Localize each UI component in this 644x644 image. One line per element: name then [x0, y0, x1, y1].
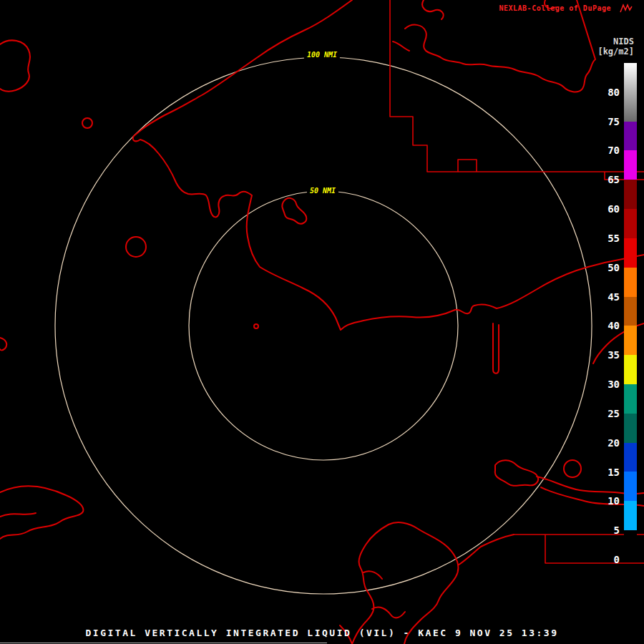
colorbar — [624, 63, 637, 560]
brand-text: NEXLAB-College of DuPage — [499, 4, 612, 12]
island-outline — [126, 237, 146, 257]
colorbar-tick-label: 55 — [595, 233, 620, 244]
colorbar-segment — [624, 384, 637, 414]
colorbar-tick-label: 10 — [595, 495, 620, 507]
range-ring-label-100nmi: 100 NMI — [304, 50, 340, 59]
colorbar-segment — [624, 92, 637, 122]
island-outline — [564, 460, 581, 477]
island-cluster-center — [282, 198, 306, 224]
colorbar-tick-label: 15 — [595, 467, 620, 478]
colorbar-segment — [624, 414, 637, 443]
colorbar-tick-label: 25 — [595, 408, 620, 419]
colorbar-tick-label: 5 — [595, 525, 620, 536]
colorbar-tick-label: 70 — [595, 145, 620, 156]
colorbar-segment — [624, 150, 637, 180]
radar-map — [0, 0, 644, 644]
colorbar-segment — [624, 297, 637, 326]
colorbar-segment — [624, 268, 637, 297]
colorbar-segment — [624, 355, 637, 384]
colorbar-tick-label: 40 — [595, 320, 620, 331]
colorbar-tick-label: 65 — [595, 174, 620, 185]
radar-display: 100 NMI 50 NMI NEXLAB-College of DuPage … — [0, 0, 644, 644]
colorbar-tick-label: 20 — [595, 437, 620, 449]
colorbar-segment — [624, 122, 637, 151]
range-ring — [55, 57, 592, 594]
coastline-southwest — [0, 486, 83, 539]
colorbar-segment — [624, 530, 637, 560]
coastline-east — [495, 460, 644, 506]
colorbar-tick-label: 80 — [595, 87, 620, 98]
left-edge-mark — [0, 338, 6, 350]
colorbar-tick-label: 30 — [595, 379, 620, 390]
colorbar-segment — [624, 443, 637, 472]
island-outline — [82, 118, 92, 128]
product-caption: DIGITAL VERTICALLY INTEGRATED LIQUID (VI… — [0, 628, 644, 638]
coastline-main — [133, 0, 644, 330]
range-ring-label-50nmi: 50 NMI — [307, 186, 338, 195]
range-ring — [189, 191, 458, 460]
colorbar-title: NIDS — [577, 36, 634, 47]
colorbar-tick-label: 50 — [595, 262, 620, 273]
colorbar-units: [kg/m2] — [570, 47, 634, 57]
colorbar-segment — [624, 63, 637, 92]
island-outline — [254, 324, 258, 328]
colorbar-segment — [624, 180, 637, 209]
colorbar-segment — [624, 326, 637, 355]
inlet-channel-east — [493, 323, 499, 374]
colorbar-tick-label: 75 — [595, 116, 620, 127]
bottom-edge-line — [0, 643, 327, 643]
colorbar-tick-label: 60 — [595, 203, 620, 215]
brand-logo-icon — [620, 3, 633, 16]
colorbar-tick-label: 0 — [595, 554, 620, 565]
island-northwest — [0, 40, 30, 91]
coastline-northeast — [405, 0, 595, 92]
colorbar-segment — [624, 238, 637, 268]
coastline-south — [340, 522, 514, 644]
colorbar-segment — [624, 501, 637, 530]
colorbar-segment — [624, 472, 637, 501]
colorbar-tick-label: 35 — [595, 349, 620, 361]
colorbar-segment — [624, 209, 637, 238]
colorbar-tick-label: 45 — [595, 291, 620, 303]
